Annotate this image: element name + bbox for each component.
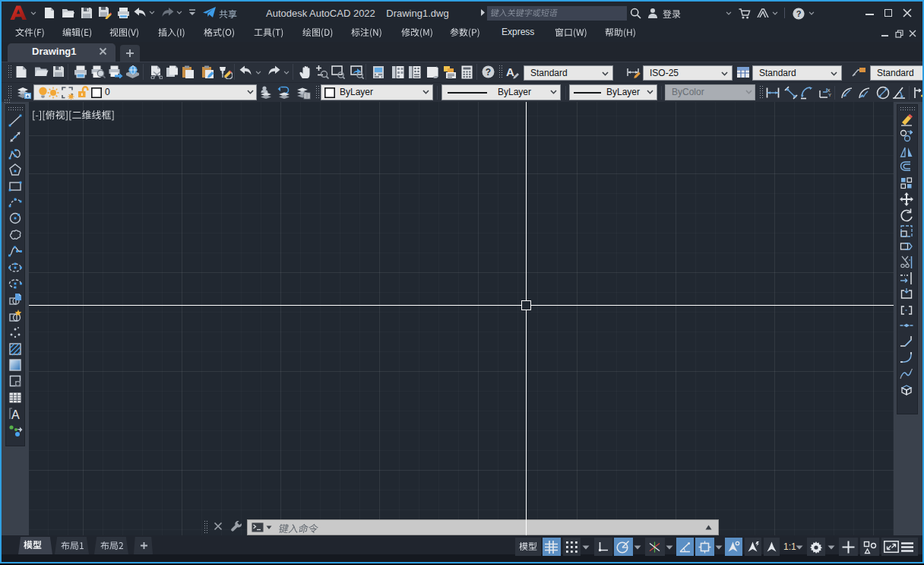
svg-text:A: A xyxy=(11,408,20,421)
svg-text:Y: Y xyxy=(828,93,831,97)
svg-text:?: ? xyxy=(486,67,491,78)
svg-text:A: A xyxy=(506,65,514,78)
svg-text:?: ? xyxy=(796,9,802,18)
